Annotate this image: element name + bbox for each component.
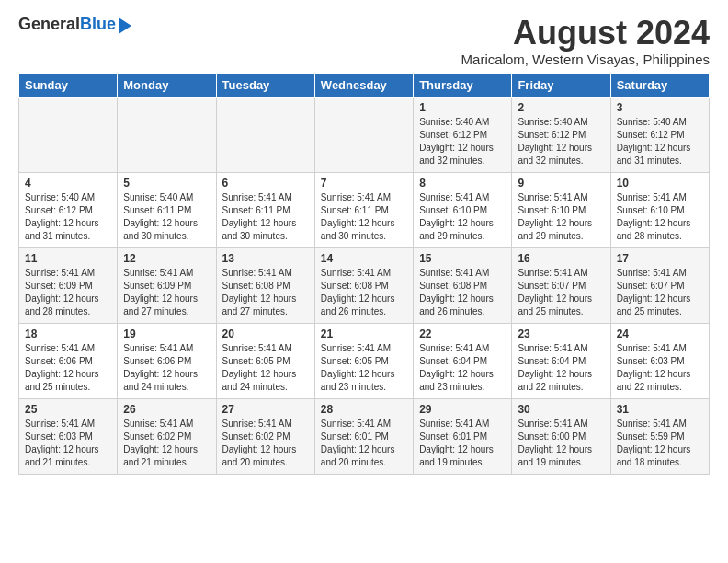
day-info: Sunrise: 5:40 AM Sunset: 6:11 PM Dayligh… bbox=[123, 191, 210, 243]
day-cell: 22Sunrise: 5:41 AM Sunset: 6:04 PM Dayli… bbox=[414, 323, 512, 398]
day-cell: 1Sunrise: 5:40 AM Sunset: 6:12 PM Daylig… bbox=[414, 97, 512, 172]
header: General Blue August 2024 Maricalom, West… bbox=[18, 15, 710, 67]
day-number: 29 bbox=[419, 403, 506, 416]
day-cell: 20Sunrise: 5:41 AM Sunset: 6:05 PM Dayli… bbox=[216, 323, 314, 398]
page: General Blue August 2024 Maricalom, West… bbox=[0, 0, 728, 484]
day-number: 2 bbox=[518, 101, 604, 114]
day-cell: 27Sunrise: 5:41 AM Sunset: 6:02 PM Dayli… bbox=[216, 398, 314, 474]
day-number: 24 bbox=[617, 327, 703, 340]
header-cell-thursday: Thursday bbox=[414, 73, 512, 97]
day-number: 22 bbox=[419, 327, 506, 340]
header-row: SundayMondayTuesdayWednesdayThursdayFrid… bbox=[19, 73, 710, 97]
day-cell: 11Sunrise: 5:41 AM Sunset: 6:09 PM Dayli… bbox=[19, 247, 118, 323]
day-number: 19 bbox=[123, 327, 210, 340]
day-cell: 31Sunrise: 5:41 AM Sunset: 5:59 PM Dayli… bbox=[610, 398, 709, 474]
day-info: Sunrise: 5:41 AM Sunset: 6:11 PM Dayligh… bbox=[321, 191, 407, 243]
day-info: Sunrise: 5:41 AM Sunset: 6:07 PM Dayligh… bbox=[617, 267, 703, 318]
week-row-5: 25Sunrise: 5:41 AM Sunset: 6:03 PM Dayli… bbox=[19, 398, 710, 474]
logo-general: General bbox=[18, 15, 80, 34]
day-cell: 21Sunrise: 5:41 AM Sunset: 6:05 PM Dayli… bbox=[314, 323, 413, 398]
day-cell: 15Sunrise: 5:41 AM Sunset: 6:08 PM Dayli… bbox=[414, 247, 512, 323]
day-info: Sunrise: 5:41 AM Sunset: 6:09 PM Dayligh… bbox=[123, 267, 210, 318]
day-cell: 23Sunrise: 5:41 AM Sunset: 6:04 PM Dayli… bbox=[512, 323, 610, 398]
day-cell: 3Sunrise: 5:40 AM Sunset: 6:12 PM Daylig… bbox=[610, 97, 709, 172]
day-info: Sunrise: 5:40 AM Sunset: 6:12 PM Dayligh… bbox=[518, 116, 604, 167]
day-number: 30 bbox=[518, 403, 604, 416]
week-row-2: 4Sunrise: 5:40 AM Sunset: 6:12 PM Daylig… bbox=[19, 172, 710, 247]
header-cell-friday: Friday bbox=[512, 73, 610, 97]
day-cell: 6Sunrise: 5:41 AM Sunset: 6:11 PM Daylig… bbox=[216, 172, 314, 247]
day-number: 27 bbox=[222, 403, 309, 416]
day-number: 18 bbox=[25, 327, 111, 340]
day-info: Sunrise: 5:41 AM Sunset: 6:04 PM Dayligh… bbox=[419, 342, 506, 394]
logo-blue: Blue bbox=[80, 15, 116, 34]
day-info: Sunrise: 5:41 AM Sunset: 6:06 PM Dayligh… bbox=[25, 342, 111, 394]
day-number: 11 bbox=[25, 252, 111, 265]
header-cell-saturday: Saturday bbox=[610, 73, 709, 97]
day-info: Sunrise: 5:41 AM Sunset: 6:01 PM Dayligh… bbox=[419, 418, 506, 469]
day-number: 12 bbox=[123, 252, 210, 265]
day-cell: 17Sunrise: 5:41 AM Sunset: 6:07 PM Dayli… bbox=[610, 247, 709, 323]
day-number: 8 bbox=[419, 177, 506, 190]
day-number: 4 bbox=[25, 177, 111, 190]
day-number: 17 bbox=[617, 252, 703, 265]
day-number: 25 bbox=[25, 403, 111, 416]
day-cell: 18Sunrise: 5:41 AM Sunset: 6:06 PM Dayli… bbox=[19, 323, 118, 398]
day-number: 20 bbox=[222, 327, 309, 340]
day-info: Sunrise: 5:41 AM Sunset: 6:05 PM Dayligh… bbox=[321, 342, 407, 394]
day-cell: 7Sunrise: 5:41 AM Sunset: 6:11 PM Daylig… bbox=[314, 172, 413, 247]
week-row-4: 18Sunrise: 5:41 AM Sunset: 6:06 PM Dayli… bbox=[19, 323, 710, 398]
day-number: 9 bbox=[518, 177, 604, 190]
day-cell: 9Sunrise: 5:41 AM Sunset: 6:10 PM Daylig… bbox=[512, 172, 610, 247]
logo: General Blue bbox=[18, 15, 131, 34]
day-info: Sunrise: 5:41 AM Sunset: 6:08 PM Dayligh… bbox=[419, 267, 506, 318]
day-cell: 14Sunrise: 5:41 AM Sunset: 6:08 PM Dayli… bbox=[314, 247, 413, 323]
day-info: Sunrise: 5:41 AM Sunset: 6:03 PM Dayligh… bbox=[25, 418, 111, 469]
day-info: Sunrise: 5:41 AM Sunset: 6:09 PM Dayligh… bbox=[25, 267, 111, 318]
day-info: Sunrise: 5:41 AM Sunset: 6:02 PM Dayligh… bbox=[222, 418, 309, 469]
day-number: 5 bbox=[123, 177, 210, 190]
day-info: Sunrise: 5:41 AM Sunset: 6:10 PM Dayligh… bbox=[617, 191, 703, 243]
day-info: Sunrise: 5:41 AM Sunset: 6:03 PM Dayligh… bbox=[617, 342, 703, 394]
day-cell: 2Sunrise: 5:40 AM Sunset: 6:12 PM Daylig… bbox=[512, 97, 610, 172]
day-cell: 28Sunrise: 5:41 AM Sunset: 6:01 PM Dayli… bbox=[314, 398, 413, 474]
day-info: Sunrise: 5:41 AM Sunset: 6:07 PM Dayligh… bbox=[518, 267, 604, 318]
day-number: 26 bbox=[123, 403, 210, 416]
day-cell: 10Sunrise: 5:41 AM Sunset: 6:10 PM Dayli… bbox=[610, 172, 709, 247]
day-number: 14 bbox=[321, 252, 407, 265]
day-cell: 30Sunrise: 5:41 AM Sunset: 6:00 PM Dayli… bbox=[512, 398, 610, 474]
day-cell: 12Sunrise: 5:41 AM Sunset: 6:09 PM Dayli… bbox=[118, 247, 216, 323]
day-info: Sunrise: 5:41 AM Sunset: 6:11 PM Dayligh… bbox=[222, 191, 309, 243]
header-cell-wednesday: Wednesday bbox=[314, 73, 413, 97]
day-info: Sunrise: 5:40 AM Sunset: 6:12 PM Dayligh… bbox=[617, 116, 703, 167]
logo-arrow-icon bbox=[119, 17, 131, 34]
day-cell: 13Sunrise: 5:41 AM Sunset: 6:08 PM Dayli… bbox=[216, 247, 314, 323]
day-cell: 19Sunrise: 5:41 AM Sunset: 6:06 PM Dayli… bbox=[118, 323, 216, 398]
day-info: Sunrise: 5:41 AM Sunset: 6:10 PM Dayligh… bbox=[419, 191, 506, 243]
day-info: Sunrise: 5:41 AM Sunset: 6:01 PM Dayligh… bbox=[321, 418, 407, 469]
day-info: Sunrise: 5:41 AM Sunset: 6:04 PM Dayligh… bbox=[518, 342, 604, 394]
header-cell-sunday: Sunday bbox=[19, 73, 118, 97]
day-cell: 26Sunrise: 5:41 AM Sunset: 6:02 PM Dayli… bbox=[118, 398, 216, 474]
day-cell bbox=[118, 97, 216, 172]
day-info: Sunrise: 5:41 AM Sunset: 6:08 PM Dayligh… bbox=[321, 267, 407, 318]
day-cell bbox=[314, 97, 413, 172]
day-number: 31 bbox=[617, 403, 703, 416]
day-number: 3 bbox=[617, 101, 703, 114]
header-cell-tuesday: Tuesday bbox=[216, 73, 314, 97]
day-cell: 4Sunrise: 5:40 AM Sunset: 6:12 PM Daylig… bbox=[19, 172, 118, 247]
week-row-3: 11Sunrise: 5:41 AM Sunset: 6:09 PM Dayli… bbox=[19, 247, 710, 323]
logo-text: General Blue bbox=[18, 15, 131, 34]
day-cell bbox=[216, 97, 314, 172]
title-section: August 2024 Maricalom, Western Visayas, … bbox=[461, 15, 710, 67]
day-number: 15 bbox=[419, 252, 506, 265]
calendar-table: SundayMondayTuesdayWednesdayThursdayFrid… bbox=[18, 73, 710, 475]
day-info: Sunrise: 5:40 AM Sunset: 6:12 PM Dayligh… bbox=[419, 116, 506, 167]
day-cell: 16Sunrise: 5:41 AM Sunset: 6:07 PM Dayli… bbox=[512, 247, 610, 323]
location-subtitle: Maricalom, Western Visayas, Philippines bbox=[461, 52, 710, 67]
month-year-title: August 2024 bbox=[461, 15, 710, 52]
day-number: 21 bbox=[321, 327, 407, 340]
day-number: 6 bbox=[222, 177, 309, 190]
day-info: Sunrise: 5:41 AM Sunset: 6:06 PM Dayligh… bbox=[123, 342, 210, 394]
day-info: Sunrise: 5:41 AM Sunset: 6:02 PM Dayligh… bbox=[123, 418, 210, 469]
